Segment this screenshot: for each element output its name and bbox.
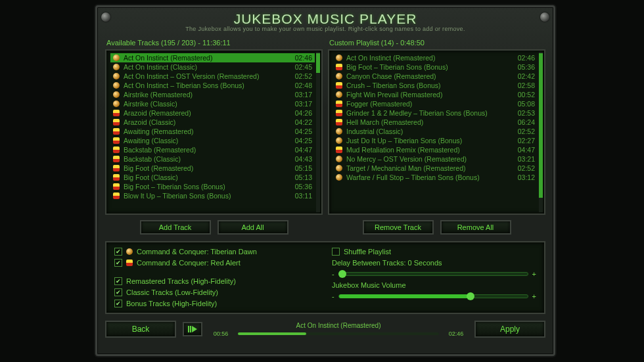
track-name: Mud Retaliation Remix (Remastered)	[346, 146, 505, 154]
add-track-button[interactable]: Add Track	[140, 220, 211, 235]
track-time: 04:47	[509, 146, 535, 154]
track-row[interactable]: Big Foot (Remastered)05:15	[110, 164, 315, 173]
track-row[interactable]: Fight Win Prevail (Remastered)00:52	[333, 90, 538, 99]
track-row[interactable]: Crush – Tiberian Sons (Bonus)02:58	[333, 81, 538, 90]
track-time: 02:53	[509, 109, 535, 117]
track-time: 02:42	[509, 72, 535, 80]
delay-minus[interactable]: -	[332, 270, 334, 278]
faction-ra-icon	[336, 147, 342, 153]
track-row[interactable]: Mud Retaliation Remix (Remastered)04:47	[333, 145, 538, 154]
track-name: No Mercy – OST Version (Remastered)	[346, 155, 505, 163]
filter-td-checkbox[interactable]: ✔ Command & Conquer: Tiberian Dawn	[114, 248, 319, 256]
available-header: Available Tracks (195 / 203) - 11:36:11	[105, 36, 323, 49]
track-name: Big Foot – Tiberian Sons (Bonus)	[346, 63, 505, 71]
track-time: 05:08	[509, 100, 535, 108]
track-row[interactable]: Act On Instinct (Remastered)02:46	[110, 53, 315, 62]
filter-ra-checkbox[interactable]: ✔ Command & Conquer: Red Alert	[114, 259, 319, 267]
faction-td-icon	[336, 165, 342, 171]
track-time: 04:22	[286, 118, 312, 126]
track-row[interactable]: Act On Instinct – Tiberian Sons (Bonus)0…	[110, 81, 315, 90]
track-time: 04:43	[286, 155, 312, 163]
page-title: JUKEBOX MUSIC PLAYER	[105, 11, 545, 27]
apply-button[interactable]: Apply	[474, 321, 545, 338]
scrollbar[interactable]	[316, 52, 320, 212]
track-name: Act On Instinct (Remastered)	[346, 54, 505, 62]
track-time: 05:36	[286, 183, 312, 191]
track-row[interactable]: Awaiting (Classic)04:25	[110, 136, 315, 145]
faction-ra-icon	[113, 147, 120, 153]
track-name: Backstab (Classic)	[124, 155, 282, 163]
track-time: 03:11	[286, 192, 312, 200]
delay-plus[interactable]: +	[532, 270, 536, 278]
bolt-icon	[540, 12, 549, 22]
track-name: Airstrike (Remastered)	[124, 91, 282, 99]
track-time: 03:12	[509, 173, 535, 181]
faction-td-icon	[113, 73, 120, 79]
track-time: 04:47	[286, 146, 312, 154]
track-time: 02:46	[509, 54, 535, 62]
track-row[interactable]: Act On Instinct – OST Version (Remastere…	[110, 72, 315, 81]
track-name: Awaiting (Classic)	[124, 137, 282, 145]
add-all-button[interactable]: Add All	[218, 220, 288, 235]
faction-td-icon	[336, 137, 342, 144]
track-row[interactable]: Awaiting (Remastered)04:25	[110, 127, 315, 136]
track-row[interactable]: Fogger (Remastered)05:08	[333, 99, 538, 108]
track-row[interactable]: Canyon Chase (Remastered)02:42	[333, 72, 538, 81]
track-row[interactable]: Act On Instinct (Remastered)02:46	[333, 53, 538, 62]
track-name: Hell March (Remastered)	[346, 118, 505, 126]
filter-remastered-checkbox[interactable]: ✔ Remastered Tracks (High-Fidelity)	[114, 277, 319, 285]
delay-label: Delay Between Tracks: 0 Seconds	[332, 259, 536, 267]
track-row[interactable]: Airstrike (Remastered)03:17	[110, 90, 315, 99]
playlist-tracks-list[interactable]: Act On Instinct (Remastered)02:46Big Foo…	[328, 49, 545, 215]
volume-plus[interactable]: +	[532, 292, 536, 300]
faction-ra-icon	[336, 101, 342, 107]
delay-slider[interactable]	[338, 272, 528, 276]
track-time: 02:58	[509, 81, 535, 89]
track-row[interactable]: Just Do It Up – Tiberian Sons (Bonus)02:…	[333, 136, 538, 145]
track-row[interactable]: No Mercy – OST Version (Remastered)03:21	[333, 154, 538, 164]
track-row[interactable]: Warfare / Full Stop – Tiberian Sons (Bon…	[333, 173, 538, 182]
track-row[interactable]: Airstrike (Classic)03:17	[110, 99, 315, 108]
shuffle-checkbox[interactable]: Shuffle Playlist	[332, 248, 536, 256]
track-row[interactable]: Arazoid (Remastered)04:26	[110, 108, 315, 118]
track-row[interactable]: Arazoid (Classic)04:22	[110, 118, 315, 127]
faction-ra-icon	[113, 110, 120, 116]
faction-ra-icon	[336, 82, 342, 89]
track-time: 02:52	[509, 164, 535, 172]
remove-track-button[interactable]: Remove Track	[363, 220, 434, 235]
faction-td-icon	[336, 128, 342, 135]
track-time: 03:17	[286, 91, 312, 99]
faction-ra-icon	[113, 192, 120, 199]
track-row[interactable]: Backstab (Remastered)04:47	[110, 145, 315, 154]
filter-classic-checkbox[interactable]: ✔ Classic Tracks (Low-Fidelity)	[114, 288, 319, 296]
track-row[interactable]: Hell March (Remastered)06:24	[333, 118, 538, 127]
track-row[interactable]: Big Foot – Tiberian Sons (Bonus)05:36	[110, 182, 315, 191]
volume-minus[interactable]: -	[332, 292, 334, 300]
track-time: 02:45	[286, 63, 312, 71]
progress-bar[interactable]	[238, 332, 439, 335]
track-row[interactable]: Grinder 1 & 2 Medley – Tiberian Sons (Bo…	[333, 108, 538, 118]
bolt-icon	[101, 12, 110, 22]
faction-ra-icon	[126, 260, 133, 266]
filter-bonus-checkbox[interactable]: ✔ Bonus Tracks (High-Fidelity)	[114, 300, 319, 307]
track-row[interactable]: Target / Mechanical Man (Remastered)02:5…	[333, 164, 538, 173]
available-tracks-list[interactable]: Act On Instinct (Remastered)02:46Act On …	[105, 49, 323, 215]
track-row[interactable]: Big Foot (Classic)05:13	[110, 173, 315, 182]
play-pause-button[interactable]	[183, 322, 202, 336]
track-row[interactable]: Blow It Up – Tiberian Sons (Bonus)03:11	[110, 191, 315, 200]
remove-all-button[interactable]: Remove All	[440, 220, 511, 235]
volume-slider[interactable]	[338, 294, 528, 298]
faction-ra-icon	[113, 183, 120, 190]
faction-ra-icon	[113, 128, 120, 135]
track-row[interactable]: Industrial (Classic)02:52	[333, 127, 538, 136]
track-row[interactable]: Act On Instinct (Classic)02:45	[110, 62, 315, 72]
track-row[interactable]: Big Foot – Tiberian Sons (Bonus)05:36	[333, 62, 538, 72]
options-panel: ✔ Command & Conquer: Tiberian Dawn ✔ Com…	[105, 241, 545, 314]
total-time: 02:46	[444, 330, 468, 337]
track-row[interactable]: Backstab (Classic)04:43	[110, 154, 315, 164]
faction-td-icon	[113, 64, 120, 70]
back-button[interactable]: Back	[105, 321, 176, 338]
track-time: 03:17	[286, 100, 312, 108]
faction-td-icon	[336, 156, 342, 162]
scrollbar[interactable]	[539, 52, 543, 212]
